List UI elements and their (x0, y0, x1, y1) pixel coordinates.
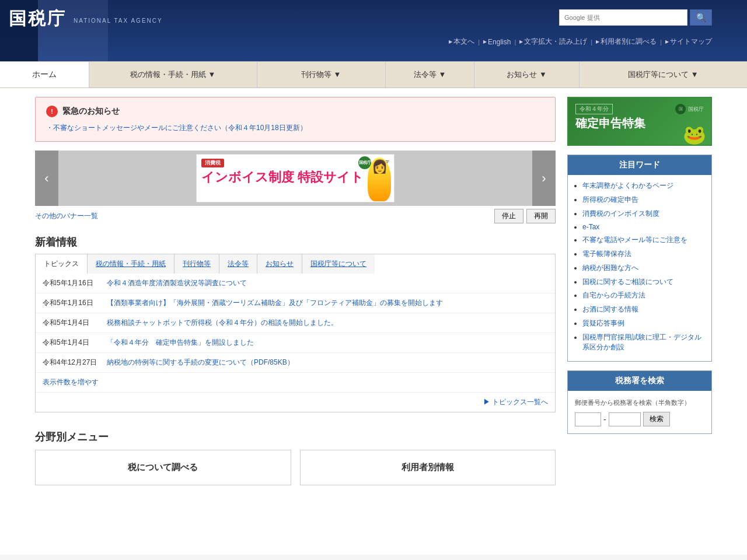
nav-item-notices[interactable]: お知らせ ▼ (474, 62, 580, 88)
search-area: 🔍 (559, 9, 712, 26)
nav-link-font[interactable]: ▶文字拡大・読み上げ (519, 37, 587, 47)
emergency-icon: ! (46, 106, 58, 117)
attention-list: 年末調整がよくわかるページ 所得税の確定申告 消費税のインボイス制度 e-Tax… (568, 175, 711, 361)
search-button[interactable]: 🔍 (690, 9, 712, 26)
news-date: 令和5年1月4日 (43, 318, 98, 328)
news-list: 令和5年1月16日 令和４酒造年度清酒製造状況等調査について 令和5年1月16日… (35, 274, 556, 412)
news-link[interactable]: 納税地の特例等に関する手続の変更について（PDF/85KB） (107, 358, 294, 368)
postal-code-input-2[interactable] (609, 412, 641, 426)
show-more-row: 表示件数を増やす (36, 373, 555, 393)
list-item: 消費税のインボイス制度 (582, 209, 704, 219)
news-row: 令和5年1月16日 【酒類事業者向け】「海外展開・酒蔵ツーリズム補助金」及び「フ… (36, 293, 555, 313)
news-tab-notices[interactable]: お知らせ (257, 254, 302, 274)
list-item: お酒に関する情報 (582, 304, 704, 314)
nav-item-laws[interactable]: 法令等 ▼ (386, 62, 475, 88)
list-item: e-Tax (582, 223, 704, 231)
division-card-user[interactable]: 利用者別情報 (300, 450, 556, 485)
news-link[interactable]: 税務相談チャットボットで所得税（令和４年分）の相談を開始しました。 (107, 318, 338, 328)
news-tab-tax-info[interactable]: 税の情報・手続・用紙 (88, 254, 174, 274)
sidebar: 令和４年分 国 国税庁 確定申告特集 🐸 注目ワード 年末調整がよくわかるページ… (567, 97, 712, 546)
news-link[interactable]: 「令和４年分 確定申告特集」を開設しました (107, 338, 254, 348)
list-item: 納税が困難な方へ (582, 263, 704, 273)
sidebar-kakutei-banner[interactable]: 令和４年分 国 国税庁 確定申告特集 🐸 (567, 97, 712, 146)
list-item: 電子帳簿保存法 (582, 249, 704, 259)
news-date: 令和5年1月16日 (43, 278, 98, 288)
list-item: 自宅からの手続方法 (582, 290, 704, 300)
other-banners-link[interactable]: その他のバナー一覧 (35, 211, 98, 221)
news-date: 令和4年12月27日 (43, 358, 98, 368)
banner-stop-button[interactable]: 停止 (494, 209, 523, 223)
emergency-link[interactable]: ・不審なショートメッセージやメールにご注意ください（令和４年10月18日更新） (46, 124, 307, 132)
logo-english: NATIONAL TAX AGENCY (74, 18, 163, 24)
news-title: 新着情報 (35, 229, 556, 254)
main-nav: ホーム 税の情報・手続・用紙 ▼ 刊行物等 ▼ 法令等 ▼ お知らせ ▼ 国税庁… (0, 61, 747, 88)
news-tab-laws[interactable]: 法令等 (219, 254, 257, 274)
nav-link-english[interactable]: ▶English (483, 38, 511, 46)
nav-item-about[interactable]: 国税庁等について ▼ (580, 62, 747, 88)
news-link[interactable]: 【酒類事業者向け】「海外展開・酒蔵ツーリズム補助金」及び「フロンティア補助金」の… (107, 298, 443, 308)
topics-list-link[interactable]: ▶ トピックス一覧へ (483, 398, 548, 406)
list-item: 質疑応答事例 (582, 318, 704, 328)
list-item: 不審な電話やメール等にご注意を (582, 235, 704, 245)
news-link[interactable]: 令和４酒造年度清酒製造状況等調査について (107, 278, 247, 288)
banner-image: 消費税 国税庁 国税庁 インボイス制度 特設サイト 👩 (196, 154, 395, 202)
news-row: 令和5年1月4日 税務相談チャットボットで所得税（令和４年分）の相談を開始しまし… (36, 313, 555, 333)
postal-code-input-1[interactable] (575, 412, 601, 426)
news-date: 令和5年1月16日 (43, 298, 98, 308)
header-nav-links: ▶本文へ | ▶English | ▶文字拡大・読み上げ | ▶利用者別に調べる… (0, 31, 747, 47)
news-section: 新着情報 トピックス 税の情報・手続・用紙 刊行物等 法令等 お知らせ (35, 229, 556, 412)
division-card-tax[interactable]: 税について調べる (35, 450, 291, 485)
news-tab-about[interactable]: 国税庁等について (302, 254, 375, 274)
list-item: 所得税の確定申告 (582, 195, 704, 205)
nav-link-honbun[interactable]: ▶本文へ (449, 37, 474, 47)
logo-area: 国税庁 NATIONAL TAX AGENCY (9, 7, 163, 31)
news-row: 令和4年12月27日 納税地の特例等に関する手続の変更について（PDF/85KB… (36, 353, 555, 373)
news-tabs: トピックス 税の情報・手続・用紙 刊行物等 法令等 お知らせ 国税庁等について (35, 254, 556, 274)
banner-container: ‹ 消費税 国税庁 国税庁 インボイス制度 特設サイト (35, 150, 556, 206)
main-content: ! 緊急のお知らせ ・不審なショートメッセージやメールにご注意ください（令和４年… (35, 97, 556, 546)
tax-search-title: 税務署を検索 (568, 371, 711, 391)
emergency-title: 緊急のお知らせ (62, 106, 120, 117)
nav-link-user[interactable]: ▶利用者別に調べる (596, 37, 657, 47)
banner-next-button[interactable]: › (532, 150, 556, 206)
logo-kanji: 国税庁 (9, 7, 67, 31)
news-tab-publications[interactable]: 刊行物等 (174, 254, 219, 274)
topics-link-row: ▶ トピックス一覧へ (36, 393, 555, 412)
division-card-title: 利用者別情報 (309, 462, 547, 473)
tax-search-body: 郵便番号から税務署を検索（半角数字） - 検索 (568, 391, 711, 434)
search-input[interactable] (559, 9, 687, 26)
banner-area: ‹ 消費税 国税庁 国税庁 インボイス制度 特設サイト (35, 150, 556, 223)
news-tab-topics[interactable]: トピックス (36, 254, 88, 274)
list-item: 国税に関するご相談について (582, 277, 704, 287)
emergency-notice: ! 緊急のお知らせ ・不審なショートメッセージやメールにご注意ください（令和４年… (35, 97, 556, 142)
division-title: 分野別メニュー (35, 424, 556, 450)
attention-title: 注目ワード (568, 155, 711, 175)
attention-words-section: 注目ワード 年末調整がよくわかるページ 所得税の確定申告 消費税のインボイス制度… (567, 155, 712, 362)
nav-link-sitemap[interactable]: ▶サイトマップ (665, 37, 712, 47)
news-row: 令和5年1月4日 「令和４年分 確定申告特集」を開設しました (36, 333, 555, 353)
emergency-header: ! 緊急のお知らせ (46, 106, 544, 117)
banner-resume-button[interactable]: 再開 (526, 209, 556, 223)
banner-prev-button[interactable]: ‹ (35, 150, 58, 206)
list-item: 国税専門官採用試験に理工・デジタル系区分か創設 (582, 332, 704, 352)
news-date: 令和5年1月4日 (43, 338, 98, 348)
division-menu: 分野別メニュー 税について調べる 利用者別情報 (35, 424, 556, 485)
division-card-title: 税について調べる (44, 462, 282, 473)
tax-office-search: 税務署を検索 郵便番号から税務署を検索（半角数字） - 検索 (567, 370, 712, 435)
sidebar-banner-main: 確定申告特集 (575, 116, 645, 131)
postal-dash: - (603, 415, 606, 424)
list-item: 年末調整がよくわかるページ (582, 181, 704, 191)
nav-item-tax-info[interactable]: 税の情報・手続・用紙 ▼ (89, 62, 257, 88)
tax-search-desc: 郵便番号から税務署を検索（半角数字） (575, 398, 704, 408)
news-row: 令和5年1月16日 令和４酒造年度清酒製造状況等調査について (36, 274, 555, 293)
nav-item-home[interactable]: ホーム (0, 62, 89, 88)
nav-item-publications[interactable]: 刊行物等 ▼ (257, 62, 386, 88)
tax-search-button[interactable]: 検索 (643, 412, 670, 426)
show-more-link[interactable]: 表示件数を増やす (43, 378, 99, 386)
